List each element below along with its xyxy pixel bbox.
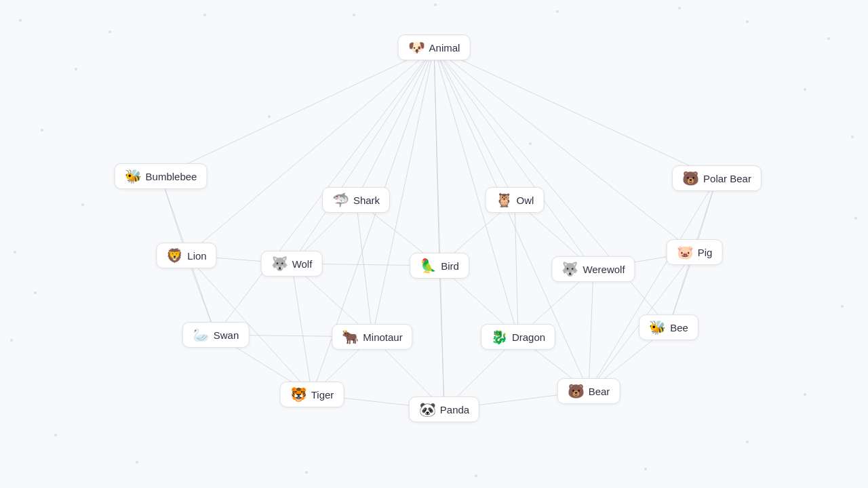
decorative-dot [804, 393, 806, 396]
svg-line-1 [356, 47, 434, 200]
lion-icon: 🦁 [166, 249, 183, 262]
node-bear[interactable]: 🐻Bear [557, 378, 620, 404]
minotaur-icon: 🐂 [342, 330, 359, 344]
wolf-icon: 🐺 [271, 257, 288, 270]
node-swan[interactable]: 🦢Swan [182, 322, 250, 348]
polar_bear-icon: 🐻 [682, 171, 699, 185]
minotaur-label: Minotaur [363, 331, 402, 343]
node-dragon[interactable]: 🐉Dragon [481, 324, 555, 350]
bee-label: Bee [670, 322, 688, 333]
shark-icon: 🦈 [332, 193, 349, 207]
decorative-dot [305, 471, 308, 474]
svg-line-7 [434, 47, 593, 269]
owl-label: Owl [517, 195, 534, 206]
decorative-dot [14, 251, 16, 253]
decorative-dot [108, 30, 111, 33]
shark-label: Shark [353, 195, 380, 206]
wolf-label: Wolf [292, 258, 313, 270]
swan-label: Swan [214, 329, 239, 341]
decorative-dot [19, 19, 22, 22]
panda-icon: 🐼 [419, 403, 436, 416]
owl-icon: 🦉 [496, 193, 513, 207]
bear-icon: 🐻 [568, 384, 585, 398]
node-minotaur[interactable]: 🐂Minotaur [332, 324, 412, 350]
decorative-dot [746, 441, 749, 443]
node-polar_bear[interactable]: 🐻Polar Bear [672, 165, 762, 191]
svg-line-19 [356, 200, 372, 337]
decorative-dot [529, 142, 532, 145]
decorative-dot [34, 291, 37, 294]
svg-line-12 [434, 47, 669, 327]
svg-line-37 [589, 269, 593, 391]
decorative-dot [678, 7, 681, 9]
tiger-label: Tiger [311, 389, 334, 401]
lion-label: Lion [187, 250, 206, 262]
node-shark[interactable]: 🦈Shark [322, 187, 390, 213]
node-lion[interactable]: 🦁Lion [156, 243, 216, 268]
decorative-dot [827, 37, 830, 40]
node-werewolf[interactable]: 🐺Werewolf [551, 256, 635, 282]
decorative-dot [75, 68, 77, 70]
decorative-dot [136, 461, 138, 464]
pig-label: Pig [698, 247, 713, 258]
decorative-dot [10, 339, 13, 342]
bumblebee-label: Bumblebee [146, 171, 197, 182]
tiger-icon: 🐯 [290, 388, 307, 401]
decorative-dot [268, 115, 271, 118]
werewolf-icon: 🐺 [561, 262, 578, 276]
svg-line-4 [186, 47, 434, 256]
decorative-dot [556, 10, 559, 13]
bear-label: Bear [589, 386, 610, 397]
swan-icon: 🦢 [193, 328, 210, 342]
panda-label: Panda [440, 404, 469, 415]
node-bumblebee[interactable]: 🐝Bumblebee [115, 163, 208, 189]
node-tiger[interactable]: 🐯Tiger [280, 382, 344, 407]
node-pig[interactable]: 🐷Pig [667, 239, 723, 265]
polar_bear-label: Polar Bear [703, 173, 751, 184]
bird-label: Bird [441, 260, 459, 272]
svg-line-8 [434, 47, 694, 252]
bee-icon: 🐝 [649, 321, 666, 334]
decorative-dot [851, 136, 854, 138]
svg-line-2 [434, 47, 515, 200]
decorative-dot [41, 129, 43, 131]
bumblebee-icon: 🐝 [125, 169, 142, 183]
node-panda[interactable]: 🐼Panda [409, 396, 479, 422]
animal-icon: 🐶 [408, 41, 425, 54]
dragon-icon: 🐉 [491, 330, 508, 344]
node-animal[interactable]: 🐶Animal [398, 35, 471, 60]
dragon-label: Dragon [512, 331, 545, 343]
decorative-dot [841, 305, 844, 308]
svg-line-0 [161, 47, 434, 176]
decorative-dot [434, 3, 437, 6]
svg-line-23 [515, 200, 518, 337]
decorative-dot [353, 14, 355, 16]
svg-line-14 [434, 47, 444, 409]
werewolf-label: Werewolf [583, 264, 625, 275]
svg-line-26 [589, 178, 717, 391]
pig-icon: 🐷 [677, 245, 694, 259]
animal-label: Animal [429, 42, 460, 54]
node-bee[interactable]: 🐝Bee [639, 314, 698, 340]
bird-icon: 🦜 [420, 259, 437, 272]
decorative-dot [804, 88, 806, 91]
node-bird[interactable]: 🦜Bird [410, 253, 469, 279]
node-owl[interactable]: 🦉Owl [486, 187, 545, 213]
svg-line-34 [439, 266, 444, 409]
decorative-dot [746, 20, 749, 23]
svg-line-32 [292, 264, 312, 394]
svg-line-6 [434, 47, 439, 266]
decorative-dot [203, 14, 206, 16]
decorative-dot [81, 203, 84, 206]
svg-line-3 [434, 47, 717, 178]
decorative-dot [854, 217, 857, 220]
node-wolf[interactable]: 🐺Wolf [261, 251, 323, 277]
decorative-dot [644, 468, 647, 470]
svg-line-5 [292, 47, 434, 264]
decorative-dot [475, 474, 477, 477]
decorative-dot [54, 434, 57, 436]
